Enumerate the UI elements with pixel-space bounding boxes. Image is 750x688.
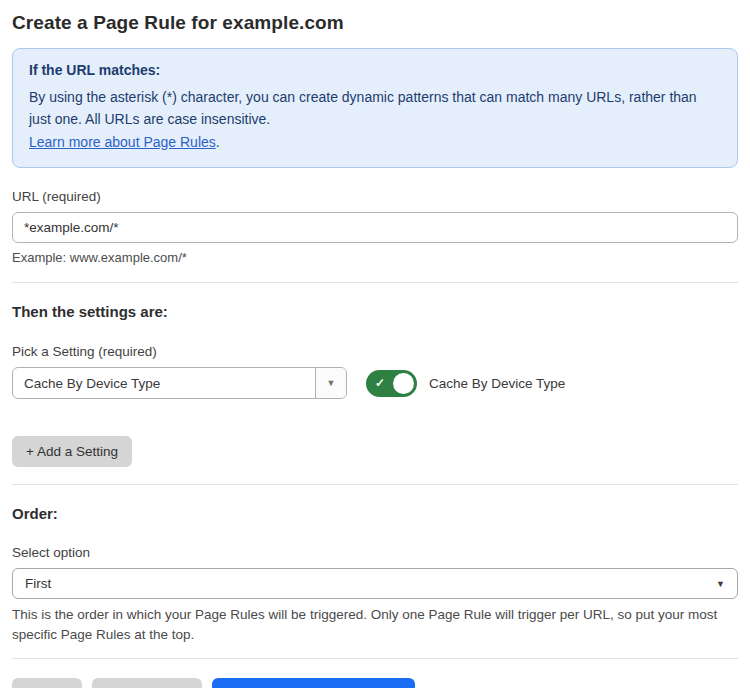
- url-match-info-box: If the URL matches: By using the asteris…: [12, 48, 738, 168]
- setting-dropdown-button[interactable]: ▼: [315, 368, 346, 398]
- footer-buttons: Cancel Save as Draft Save and Deploy Pag…: [12, 678, 738, 688]
- url-input[interactable]: [12, 212, 738, 243]
- check-icon: ✓: [375, 376, 385, 390]
- order-section-heading: Order:: [12, 505, 738, 522]
- divider: [12, 484, 738, 485]
- cancel-button[interactable]: Cancel: [12, 678, 82, 688]
- toggle-knob: [393, 373, 414, 394]
- info-box-body: By using the asterisk (*) character, you…: [29, 86, 719, 131]
- setting-dropdown-value: Cache By Device Type: [13, 368, 315, 398]
- url-field-label: URL (required): [12, 189, 738, 204]
- setting-dropdown[interactable]: Cache By Device Type ▼: [12, 367, 347, 399]
- toggle-label: Cache By Device Type: [429, 376, 565, 391]
- order-select[interactable]: First ▼: [12, 568, 738, 599]
- order-helper-text: This is the order in which your Page Rul…: [12, 605, 738, 644]
- divider: [12, 282, 738, 283]
- setting-row: Cache By Device Type ▼ ✓ Cache By Device…: [12, 367, 738, 399]
- page-title: Create a Page Rule for example.com: [12, 12, 738, 34]
- learn-more-link[interactable]: Learn more about Page Rules: [29, 134, 216, 150]
- save-draft-button[interactable]: Save as Draft: [92, 678, 202, 688]
- pick-setting-label: Pick a Setting (required): [12, 344, 738, 359]
- link-suffix: .: [216, 134, 220, 150]
- info-box-link-line: Learn more about Page Rules.: [29, 131, 721, 153]
- chevron-down-icon: ▼: [716, 579, 725, 589]
- save-deploy-button[interactable]: Save and Deploy Page Rule: [212, 678, 416, 688]
- url-section: URL (required) Example: www.example.com/…: [12, 189, 738, 265]
- add-setting-button[interactable]: + Add a Setting: [12, 436, 132, 467]
- cache-device-toggle[interactable]: ✓: [366, 370, 417, 397]
- settings-section-heading: Then the settings are:: [12, 303, 738, 320]
- chevron-down-icon: ▼: [327, 378, 336, 388]
- select-option-label: Select option: [12, 545, 738, 560]
- divider: [12, 658, 738, 659]
- info-box-heading: If the URL matches:: [29, 62, 721, 78]
- order-select-value: First: [25, 576, 51, 591]
- url-helper-text: Example: www.example.com/*: [12, 250, 738, 265]
